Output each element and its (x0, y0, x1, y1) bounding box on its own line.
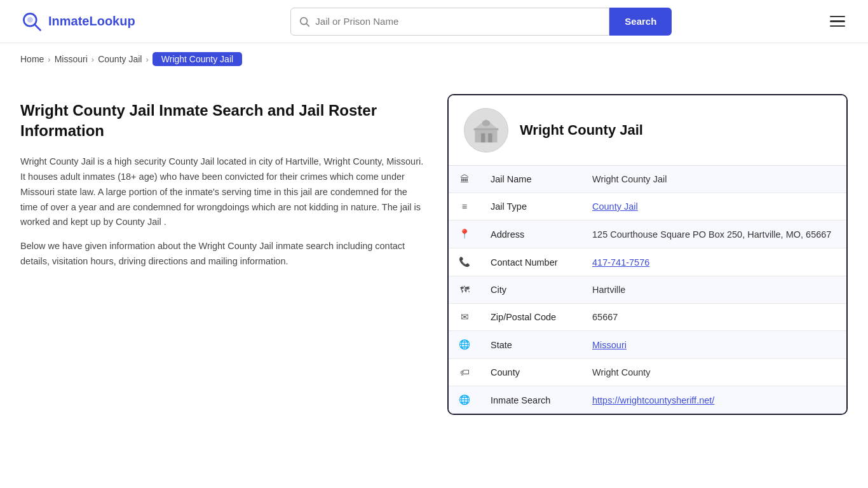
description-paragraph-1: Wright County Jail is a high security Co… (20, 154, 427, 231)
search-input-wrap (290, 8, 609, 36)
search-input[interactable] (315, 16, 601, 27)
svg-rect-5 (475, 129, 497, 142)
svg-rect-10 (474, 128, 498, 130)
hamburger-line-3 (830, 25, 845, 27)
breadcrumb: Home › Missouri › County Jail › Wright C… (0, 43, 868, 75)
table-cell-value: Wright County (582, 359, 846, 386)
list-icon: ≡ (449, 193, 480, 220)
table-cell-value[interactable]: Missouri (582, 331, 846, 359)
table-cell-label: Jail Type (480, 193, 582, 220)
table-cell-label: State (480, 331, 582, 359)
pin-icon: 📍 (449, 220, 480, 248)
card-title: Wright County Jail (520, 122, 643, 139)
county-icon: 🏷 (449, 359, 480, 386)
table-cell-label: Address (480, 220, 582, 248)
table-cell-value: Wright County Jail (582, 166, 846, 193)
hamburger-line-2 (830, 20, 845, 22)
table-row: 🗺CityHartville (449, 276, 846, 304)
svg-rect-7 (488, 133, 492, 142)
table-cell-label: City (480, 276, 582, 304)
table-row: ✉Zip/Postal Code65667 (449, 304, 846, 331)
table-row: 📞Contact Number417-741-7576 (449, 248, 846, 276)
mail-icon: ✉ (449, 304, 480, 331)
chevron-icon-3: › (146, 55, 148, 64)
table-cell-label: Inmate Search (480, 386, 582, 414)
table-cell-link[interactable]: https://wrightcountysheriff.net/ (592, 395, 714, 405)
logo-link[interactable]: InmateLookup (20, 10, 135, 33)
table-cell-link[interactable]: 417-741-7576 (592, 257, 649, 268)
breadcrumb-state[interactable]: Missouri (55, 54, 88, 64)
info-card: Wright County Jail 🏛Jail NameWright Coun… (447, 94, 848, 415)
globe-icon: 🌐 (449, 331, 480, 359)
svg-line-4 (306, 24, 309, 26)
table-cell-label: Contact Number (480, 248, 582, 276)
table-cell-link[interactable]: Missouri (592, 340, 627, 350)
breadcrumb-current: Wright County Jail (153, 52, 242, 66)
phone-icon: 📞 (449, 248, 480, 276)
table-cell-value[interactable]: https://wrightcountysheriff.net/ (582, 386, 846, 414)
logo-text: InmateLookup (48, 14, 135, 29)
table-row: 🏷CountyWright County (449, 359, 846, 386)
table-cell-label: Jail Name (480, 166, 582, 193)
table-cell-value[interactable]: 417-741-7576 (582, 248, 846, 276)
card-header: Wright County Jail (449, 95, 846, 166)
page-title: Wright County Jail Inmate Search and Jai… (20, 100, 427, 142)
search-button[interactable]: Search (609, 8, 672, 36)
svg-rect-9 (482, 120, 491, 126)
header: InmateLookup Search (0, 0, 868, 43)
jail-building-icon (471, 115, 501, 146)
hamburger-line-1 (830, 16, 845, 18)
jail-icon: 🏛 (449, 166, 480, 193)
table-cell-label: County (480, 359, 582, 386)
search-bar: Search (290, 8, 672, 36)
table-row: ≡Jail TypeCounty Jail (449, 193, 846, 220)
svg-rect-6 (481, 133, 485, 142)
jail-image (464, 108, 508, 152)
table-row: 📍Address125 Courthouse Square PO Box 250… (449, 220, 846, 248)
left-column: Wright County Jail Inmate Search and Jai… (20, 94, 427, 415)
description-paragraph-2: Below we have given information about th… (20, 239, 427, 269)
svg-point-2 (27, 17, 33, 22)
table-row: 🌐Inmate Searchhttps://wrightcountysherif… (449, 386, 846, 414)
table-cell-value: 125 Courthouse Square PO Box 250, Hartvi… (582, 220, 846, 248)
breadcrumb-type[interactable]: County Jail (98, 54, 142, 64)
logo-icon (20, 10, 43, 33)
svg-line-1 (35, 24, 41, 30)
table-row: 🌐StateMissouri (449, 331, 846, 359)
table-cell-value[interactable]: County Jail (582, 193, 846, 220)
table-cell-value: 65667 (582, 304, 846, 331)
table-row: 🏛Jail NameWright County Jail (449, 166, 846, 193)
table-cell-label: Zip/Postal Code (480, 304, 582, 331)
breadcrumb-home[interactable]: Home (20, 54, 44, 64)
city-icon: 🗺 (449, 276, 480, 304)
menu-button[interactable] (827, 13, 848, 30)
main-content: Wright County Jail Inmate Search and Jai… (0, 75, 868, 440)
table-cell-link[interactable]: County Jail (592, 201, 638, 212)
info-table: 🏛Jail NameWright County Jail≡Jail TypeCo… (449, 166, 846, 414)
chevron-icon-1: › (48, 55, 50, 64)
right-column: Wright County Jail 🏛Jail NameWright Coun… (447, 94, 848, 415)
table-cell-value: Hartville (582, 276, 846, 304)
chevron-icon-2: › (92, 55, 94, 64)
search-globe-icon: 🌐 (449, 386, 480, 414)
search-icon (299, 16, 310, 27)
